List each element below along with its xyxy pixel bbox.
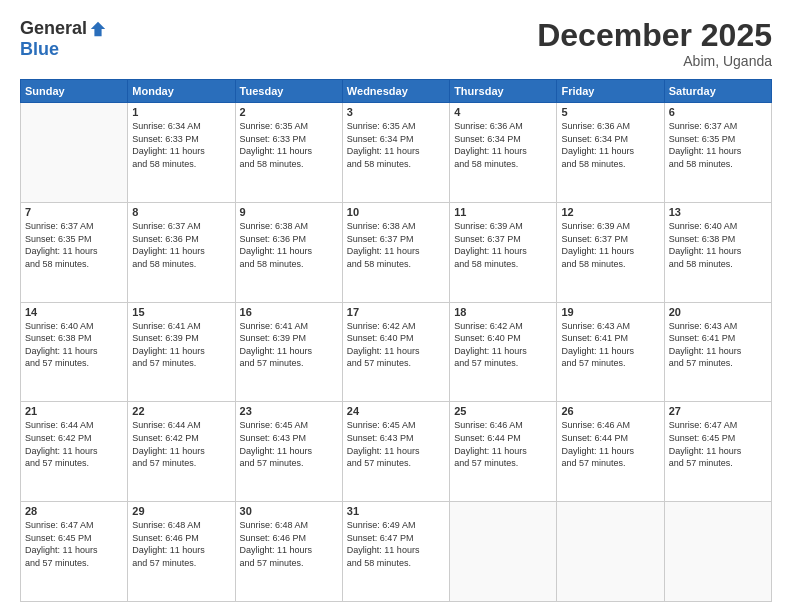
table-row: 16Sunrise: 6:41 AM Sunset: 6:39 PM Dayli… [235, 302, 342, 402]
table-row: 26Sunrise: 6:46 AM Sunset: 6:44 PM Dayli… [557, 402, 664, 502]
day-number: 18 [454, 306, 552, 318]
day-number: 25 [454, 405, 552, 417]
table-row [450, 502, 557, 602]
table-row: 22Sunrise: 6:44 AM Sunset: 6:42 PM Dayli… [128, 402, 235, 502]
day-number: 28 [25, 505, 123, 517]
table-row: 18Sunrise: 6:42 AM Sunset: 6:40 PM Dayli… [450, 302, 557, 402]
day-number: 3 [347, 106, 445, 118]
table-row: 24Sunrise: 6:45 AM Sunset: 6:43 PM Dayli… [342, 402, 449, 502]
day-content: Sunrise: 6:36 AM Sunset: 6:34 PM Dayligh… [454, 120, 552, 170]
location: Abim, Uganda [537, 53, 772, 69]
table-row: 5Sunrise: 6:36 AM Sunset: 6:34 PM Daylig… [557, 103, 664, 203]
table-row: 8Sunrise: 6:37 AM Sunset: 6:36 PM Daylig… [128, 202, 235, 302]
table-row: 20Sunrise: 6:43 AM Sunset: 6:41 PM Dayli… [664, 302, 771, 402]
day-number: 6 [669, 106, 767, 118]
table-row: 14Sunrise: 6:40 AM Sunset: 6:38 PM Dayli… [21, 302, 128, 402]
calendar-week-row: 28Sunrise: 6:47 AM Sunset: 6:45 PM Dayli… [21, 502, 772, 602]
table-row: 7Sunrise: 6:37 AM Sunset: 6:35 PM Daylig… [21, 202, 128, 302]
day-number: 16 [240, 306, 338, 318]
day-content: Sunrise: 6:42 AM Sunset: 6:40 PM Dayligh… [347, 320, 445, 370]
day-number: 1 [132, 106, 230, 118]
table-row [21, 103, 128, 203]
table-row: 31Sunrise: 6:49 AM Sunset: 6:47 PM Dayli… [342, 502, 449, 602]
table-row: 15Sunrise: 6:41 AM Sunset: 6:39 PM Dayli… [128, 302, 235, 402]
table-row: 10Sunrise: 6:38 AM Sunset: 6:37 PM Dayli… [342, 202, 449, 302]
day-number: 19 [561, 306, 659, 318]
day-number: 5 [561, 106, 659, 118]
table-row: 21Sunrise: 6:44 AM Sunset: 6:42 PM Dayli… [21, 402, 128, 502]
day-number: 20 [669, 306, 767, 318]
table-row: 4Sunrise: 6:36 AM Sunset: 6:34 PM Daylig… [450, 103, 557, 203]
day-content: Sunrise: 6:35 AM Sunset: 6:33 PM Dayligh… [240, 120, 338, 170]
page: General Blue December 2025 Abim, Uganda … [0, 0, 792, 612]
table-row: 1Sunrise: 6:34 AM Sunset: 6:33 PM Daylig… [128, 103, 235, 203]
table-row: 9Sunrise: 6:38 AM Sunset: 6:36 PM Daylig… [235, 202, 342, 302]
day-content: Sunrise: 6:36 AM Sunset: 6:34 PM Dayligh… [561, 120, 659, 170]
day-content: Sunrise: 6:34 AM Sunset: 6:33 PM Dayligh… [132, 120, 230, 170]
day-content: Sunrise: 6:45 AM Sunset: 6:43 PM Dayligh… [347, 419, 445, 469]
day-content: Sunrise: 6:47 AM Sunset: 6:45 PM Dayligh… [25, 519, 123, 569]
day-content: Sunrise: 6:47 AM Sunset: 6:45 PM Dayligh… [669, 419, 767, 469]
table-row: 28Sunrise: 6:47 AM Sunset: 6:45 PM Dayli… [21, 502, 128, 602]
day-number: 9 [240, 206, 338, 218]
day-number: 8 [132, 206, 230, 218]
day-content: Sunrise: 6:44 AM Sunset: 6:42 PM Dayligh… [25, 419, 123, 469]
col-wednesday: Wednesday [342, 80, 449, 103]
table-row: 13Sunrise: 6:40 AM Sunset: 6:38 PM Dayli… [664, 202, 771, 302]
calendar-table: Sunday Monday Tuesday Wednesday Thursday… [20, 79, 772, 602]
day-content: Sunrise: 6:38 AM Sunset: 6:37 PM Dayligh… [347, 220, 445, 270]
calendar-week-row: 1Sunrise: 6:34 AM Sunset: 6:33 PM Daylig… [21, 103, 772, 203]
day-number: 27 [669, 405, 767, 417]
day-content: Sunrise: 6:37 AM Sunset: 6:35 PM Dayligh… [669, 120, 767, 170]
svg-marker-0 [91, 21, 105, 35]
day-number: 23 [240, 405, 338, 417]
table-row: 17Sunrise: 6:42 AM Sunset: 6:40 PM Dayli… [342, 302, 449, 402]
day-content: Sunrise: 6:44 AM Sunset: 6:42 PM Dayligh… [132, 419, 230, 469]
logo: General Blue [20, 18, 107, 60]
day-number: 24 [347, 405, 445, 417]
day-content: Sunrise: 6:48 AM Sunset: 6:46 PM Dayligh… [132, 519, 230, 569]
day-content: Sunrise: 6:41 AM Sunset: 6:39 PM Dayligh… [240, 320, 338, 370]
table-row: 2Sunrise: 6:35 AM Sunset: 6:33 PM Daylig… [235, 103, 342, 203]
calendar-week-row: 14Sunrise: 6:40 AM Sunset: 6:38 PM Dayli… [21, 302, 772, 402]
day-number: 11 [454, 206, 552, 218]
day-content: Sunrise: 6:49 AM Sunset: 6:47 PM Dayligh… [347, 519, 445, 569]
day-number: 12 [561, 206, 659, 218]
col-sunday: Sunday [21, 80, 128, 103]
title-area: December 2025 Abim, Uganda [537, 18, 772, 69]
day-content: Sunrise: 6:35 AM Sunset: 6:34 PM Dayligh… [347, 120, 445, 170]
day-number: 10 [347, 206, 445, 218]
day-content: Sunrise: 6:48 AM Sunset: 6:46 PM Dayligh… [240, 519, 338, 569]
table-row: 27Sunrise: 6:47 AM Sunset: 6:45 PM Dayli… [664, 402, 771, 502]
day-content: Sunrise: 6:43 AM Sunset: 6:41 PM Dayligh… [561, 320, 659, 370]
day-number: 21 [25, 405, 123, 417]
table-row: 30Sunrise: 6:48 AM Sunset: 6:46 PM Dayli… [235, 502, 342, 602]
day-content: Sunrise: 6:41 AM Sunset: 6:39 PM Dayligh… [132, 320, 230, 370]
col-friday: Friday [557, 80, 664, 103]
col-tuesday: Tuesday [235, 80, 342, 103]
day-content: Sunrise: 6:38 AM Sunset: 6:36 PM Dayligh… [240, 220, 338, 270]
day-number: 15 [132, 306, 230, 318]
table-row: 23Sunrise: 6:45 AM Sunset: 6:43 PM Dayli… [235, 402, 342, 502]
table-row: 19Sunrise: 6:43 AM Sunset: 6:41 PM Dayli… [557, 302, 664, 402]
table-row: 12Sunrise: 6:39 AM Sunset: 6:37 PM Dayli… [557, 202, 664, 302]
day-content: Sunrise: 6:37 AM Sunset: 6:35 PM Dayligh… [25, 220, 123, 270]
day-content: Sunrise: 6:40 AM Sunset: 6:38 PM Dayligh… [669, 220, 767, 270]
day-content: Sunrise: 6:42 AM Sunset: 6:40 PM Dayligh… [454, 320, 552, 370]
calendar-week-row: 21Sunrise: 6:44 AM Sunset: 6:42 PM Dayli… [21, 402, 772, 502]
table-row [664, 502, 771, 602]
day-content: Sunrise: 6:46 AM Sunset: 6:44 PM Dayligh… [454, 419, 552, 469]
logo-blue-text: Blue [20, 39, 59, 59]
day-number: 13 [669, 206, 767, 218]
day-number: 4 [454, 106, 552, 118]
col-saturday: Saturday [664, 80, 771, 103]
calendar-week-row: 7Sunrise: 6:37 AM Sunset: 6:35 PM Daylig… [21, 202, 772, 302]
day-content: Sunrise: 6:40 AM Sunset: 6:38 PM Dayligh… [25, 320, 123, 370]
month-title: December 2025 [537, 18, 772, 53]
header: General Blue December 2025 Abim, Uganda [20, 18, 772, 69]
day-number: 26 [561, 405, 659, 417]
col-monday: Monday [128, 80, 235, 103]
table-row [557, 502, 664, 602]
day-number: 2 [240, 106, 338, 118]
day-number: 30 [240, 505, 338, 517]
